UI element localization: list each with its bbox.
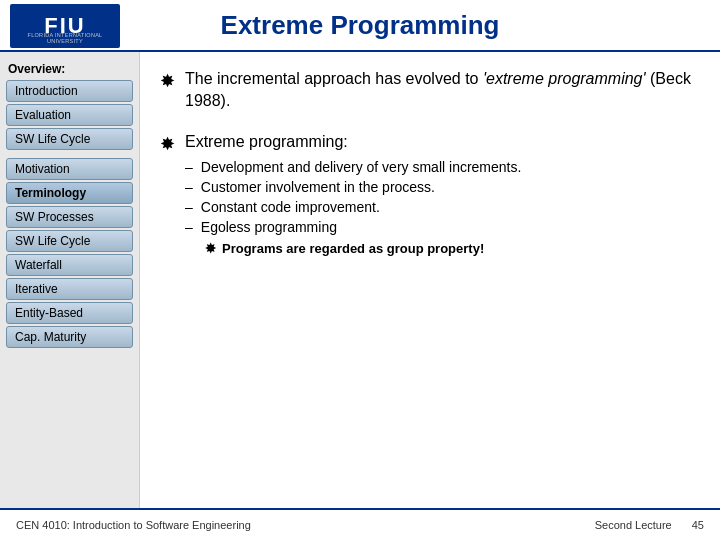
sub-item-text-3: Constant code improvement. — [201, 199, 380, 215]
content-area: ✸ The incremental approach has evolved t… — [140, 52, 720, 508]
footer-right: Second Lecture 45 — [595, 519, 704, 531]
sub-sub-list: ✸ Programs are regarded as group propert… — [205, 241, 521, 256]
footer-page: 45 — [692, 519, 704, 531]
bullet-section-2: ✸ Extreme programming: – Development and… — [160, 131, 700, 256]
footer: CEN 4010: Introduction to Software Engin… — [0, 508, 720, 540]
sub-item-1: – Development and delivery of very small… — [185, 159, 521, 175]
sidebar: Overview: Introduction Evaluation SW Lif… — [0, 52, 140, 508]
main-layout: Overview: Introduction Evaluation SW Lif… — [0, 52, 720, 508]
bullet-row-2: ✸ Extreme programming: – Development and… — [160, 131, 700, 256]
header: FIU FLORIDA INTERNATIONAL UNIVERSITY Ext… — [0, 0, 720, 52]
dash-3: – — [185, 199, 193, 215]
sidebar-item-iterative[interactable]: Iterative — [6, 278, 133, 300]
sub-list: – Development and delivery of very small… — [185, 159, 521, 256]
footer-course: CEN 4010: Introduction to Software Engin… — [16, 519, 251, 531]
sidebar-item-waterfall[interactable]: Waterfall — [6, 254, 133, 276]
sidebar-item-terminology[interactable]: Terminology — [6, 182, 133, 204]
dash-1: – — [185, 159, 193, 175]
sub-item-text-1: Development and delivery of very small i… — [201, 159, 522, 175]
dash-2: – — [185, 179, 193, 195]
logo-sub: FLORIDA INTERNATIONAL UNIVERSITY — [10, 32, 120, 44]
bullet-text-1: The incremental approach has evolved to … — [185, 68, 700, 113]
bullet-star-2: ✸ — [160, 133, 175, 155]
bullet-content-2: Extreme programming: – Development and d… — [185, 131, 521, 256]
sub-sub-item-1: ✸ Programs are regarded as group propert… — [205, 241, 521, 256]
sub-item-3: – Constant code improvement. — [185, 199, 521, 215]
footer-lecture: Second Lecture — [595, 519, 672, 531]
sub-item-text-2: Customer involvement in the process. — [201, 179, 435, 195]
bullet-row-1: ✸ The incremental approach has evolved t… — [160, 68, 700, 113]
sub-item-2: – Customer involvement in the process. — [185, 179, 521, 195]
sidebar-item-cap-maturity[interactable]: Cap. Maturity — [6, 326, 133, 348]
logo-box: FIU FLORIDA INTERNATIONAL UNIVERSITY — [10, 4, 120, 48]
sidebar-item-evaluation[interactable]: Evaluation — [6, 104, 133, 126]
bullet-heading-2: Extreme programming: — [185, 133, 348, 150]
sidebar-item-entity-based[interactable]: Entity-Based — [6, 302, 133, 324]
sidebar-item-motivation[interactable]: Motivation — [6, 158, 133, 180]
logo-area: FIU FLORIDA INTERNATIONAL UNIVERSITY — [10, 4, 120, 48]
bullet-star-1: ✸ — [160, 70, 175, 92]
page-title: Extreme Programming — [221, 10, 500, 41]
sidebar-item-sw-processes[interactable]: SW Processes — [6, 206, 133, 228]
sidebar-item-introduction[interactable]: Introduction — [6, 80, 133, 102]
sidebar-item-sw-life-cycle-2[interactable]: SW Life Cycle — [6, 230, 133, 252]
sub-sub-text-1: Programs are regarded as group property! — [222, 241, 484, 256]
sub-item-4: – Egoless programming — [185, 219, 521, 235]
sub-item-text-4: Egoless programming — [201, 219, 337, 235]
sidebar-overview-label: Overview: — [0, 58, 139, 78]
bullet-section-1: ✸ The incremental approach has evolved t… — [160, 68, 700, 113]
dash-4: – — [185, 219, 193, 235]
sub-sub-star: ✸ — [205, 241, 216, 256]
sidebar-item-sw-life-cycle-1[interactable]: SW Life Cycle — [6, 128, 133, 150]
